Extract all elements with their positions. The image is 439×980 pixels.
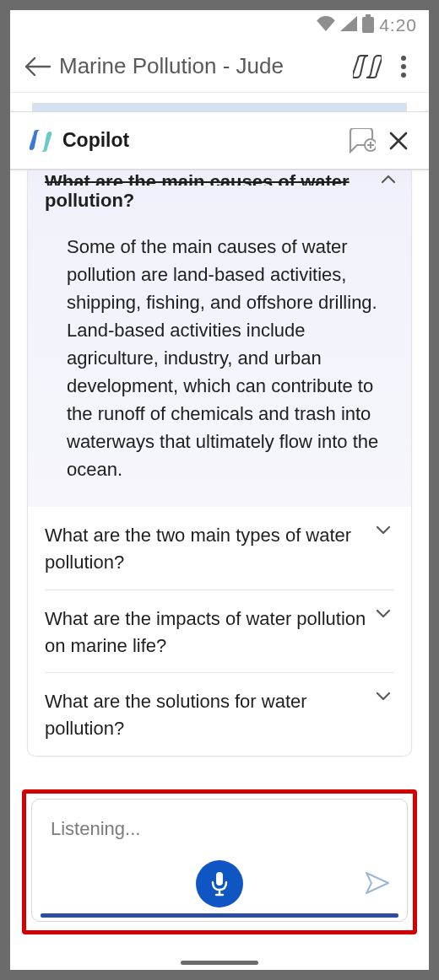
page-title: Marine Pollution - Jude (59, 53, 348, 79)
copilot-logo-icon (24, 124, 57, 158)
copilot-header: Copilot (10, 111, 429, 170)
accordion-question: What are the main causes of water pollut… (45, 170, 377, 214)
more-vertical-icon (401, 56, 406, 78)
accordion-question: What are the two main types of water pol… (45, 522, 372, 576)
accordion-item-expanded: What are the main causes of water pollut… (28, 170, 411, 507)
accordion-question: What are the solutions for water polluti… (45, 688, 372, 742)
battery-icon (362, 14, 374, 37)
send-icon (365, 871, 390, 895)
status-time: 4:20 (379, 15, 417, 35)
close-button[interactable] (382, 132, 415, 150)
wifi-icon (317, 15, 335, 35)
microphone-icon (210, 871, 229, 897)
svg-point-3 (401, 64, 406, 69)
screen: 4:20 Marine Pollution - Jude (10, 10, 429, 970)
accordion-item: What are the solutions for water polluti… (28, 672, 411, 756)
home-indicator (181, 961, 258, 965)
accordion-item: What are the two main types of water pol… (28, 507, 411, 590)
message-input[interactable]: Listening... (31, 799, 408, 922)
copilot-title: Copilot (62, 129, 341, 152)
svg-rect-1 (362, 17, 374, 33)
close-icon (389, 132, 408, 150)
new-chat-button[interactable] (341, 128, 382, 153)
copilot-glyph-icon (353, 54, 382, 79)
send-button[interactable] (363, 869, 392, 897)
accordion-header[interactable]: What are the solutions for water polluti… (45, 672, 394, 756)
svg-point-4 (401, 73, 406, 78)
chevron-down-icon (372, 525, 394, 536)
chevron-down-icon (372, 609, 394, 619)
back-arrow-icon (23, 57, 51, 77)
signal-icon (340, 15, 357, 35)
qa-accordion: What are the main causes of water pollut… (27, 170, 412, 757)
copilot-toolbar-button[interactable] (348, 54, 387, 79)
chat-plus-icon (347, 128, 376, 153)
accordion-header[interactable]: What are the impacts of water pollution … (45, 590, 394, 673)
app-bar: Marine Pollution - Jude (10, 40, 429, 93)
svg-rect-6 (216, 872, 223, 886)
svg-point-2 (401, 56, 406, 61)
accordion-answer: Some of the main causes of water polluti… (28, 228, 411, 507)
voice-input-highlight: Listening... (22, 789, 417, 934)
chevron-up-icon (377, 174, 399, 184)
input-underline (41, 913, 398, 918)
content-strip (32, 103, 407, 111)
back-button[interactable] (15, 57, 59, 77)
input-placeholder: Listening... (51, 818, 140, 840)
accordion-header[interactable]: What are the main causes of water pollut… (28, 170, 411, 228)
accordion-header[interactable]: What are the two main types of water pol… (45, 507, 394, 590)
accordion-question: What are the impacts of water pollution … (45, 606, 372, 660)
svg-rect-0 (366, 14, 371, 17)
status-bar: 4:20 (10, 10, 429, 40)
chevron-down-icon (372, 692, 394, 702)
more-menu-button[interactable] (387, 56, 420, 78)
accordion-item: What are the impacts of water pollution … (28, 590, 411, 673)
microphone-button[interactable] (196, 860, 243, 907)
